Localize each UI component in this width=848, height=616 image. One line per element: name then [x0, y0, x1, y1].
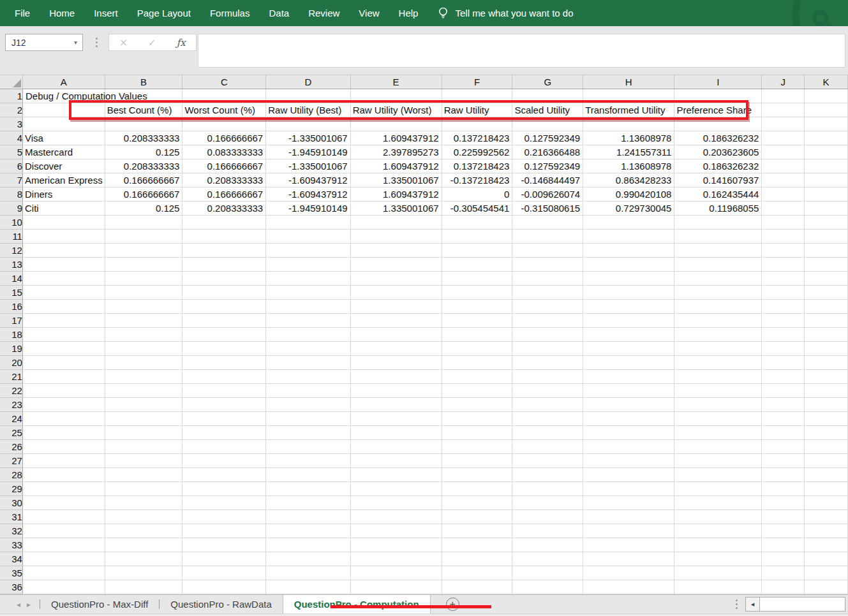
cell-K6[interactable]	[804, 159, 847, 173]
cell-G3[interactable]	[512, 117, 583, 131]
cell-F25[interactable]	[442, 426, 512, 440]
cell-D13[interactable]	[266, 258, 350, 272]
cell-I7[interactable]: 0.141607937	[674, 173, 762, 187]
cell-D19[interactable]	[266, 342, 350, 356]
cell-G26[interactable]	[512, 440, 583, 454]
cell-E21[interactable]	[350, 370, 442, 384]
cell-B22[interactable]	[105, 384, 182, 398]
cell-A20[interactable]	[22, 356, 105, 370]
cell-H4[interactable]: 1.13608978	[583, 131, 674, 145]
cell-F28[interactable]	[442, 468, 512, 482]
row-header-32[interactable]: 32	[0, 524, 22, 538]
cell-G11[interactable]	[512, 230, 583, 244]
cell-I6[interactable]: 0.186326232	[674, 159, 762, 173]
row-header-5[interactable]: 5	[0, 145, 22, 159]
cell-J16[interactable]	[762, 300, 805, 314]
cell-I12[interactable]	[674, 244, 762, 258]
cell-A12[interactable]	[22, 244, 105, 258]
cell-E2[interactable]: Raw Utility (Worst)	[350, 103, 442, 117]
cell-H3[interactable]	[583, 117, 674, 131]
cell-B20[interactable]	[105, 356, 182, 370]
cell-K25[interactable]	[804, 426, 847, 440]
cell-D3[interactable]	[266, 117, 350, 131]
cell-J10[interactable]	[762, 216, 805, 230]
cell-K8[interactable]	[804, 187, 847, 202]
cell-B28[interactable]	[105, 468, 182, 482]
cell-G8[interactable]: -0.009626074	[512, 187, 583, 202]
cell-D14[interactable]	[266, 272, 350, 286]
cell-H24[interactable]	[583, 412, 674, 426]
cell-K3[interactable]	[804, 117, 847, 131]
cell-G18[interactable]	[512, 328, 583, 342]
cell-I35[interactable]	[674, 566, 762, 580]
cell-B26[interactable]	[105, 440, 182, 454]
cell-H32[interactable]	[583, 524, 674, 538]
row-header-15[interactable]: 15	[0, 286, 22, 300]
cell-G7[interactable]: -0.146844497	[512, 173, 583, 187]
cell-C16[interactable]	[182, 300, 266, 314]
cell-H36[interactable]	[583, 580, 674, 594]
cell-A6[interactable]: Discover	[22, 159, 105, 173]
cell-G2[interactable]: Scaled Utility	[512, 103, 583, 117]
menu-review[interactable]: Review	[299, 0, 349, 26]
cell-G16[interactable]	[512, 300, 583, 314]
cell-K20[interactable]	[804, 356, 847, 370]
cell-D15[interactable]	[266, 286, 350, 300]
cell-K36[interactable]	[804, 580, 847, 594]
cell-A10[interactable]	[22, 216, 105, 230]
cell-K21[interactable]	[804, 370, 847, 384]
cell-G23[interactable]	[512, 398, 583, 412]
cell-D26[interactable]	[266, 440, 350, 454]
cell-C22[interactable]	[182, 384, 266, 398]
cell-F24[interactable]	[442, 412, 512, 426]
cell-E5[interactable]: 2.397895273	[350, 145, 442, 159]
column-header-J[interactable]: J	[762, 75, 805, 89]
cell-F18[interactable]	[442, 328, 512, 342]
menu-page-layout[interactable]: Page Layout	[128, 0, 200, 26]
cell-A8[interactable]: Diners	[22, 187, 105, 202]
cell-B12[interactable]	[105, 244, 182, 258]
cell-G27[interactable]	[512, 454, 583, 468]
cell-G32[interactable]	[512, 524, 583, 538]
cell-C11[interactable]	[182, 230, 266, 244]
cell-F3[interactable]	[442, 117, 512, 131]
cell-A13[interactable]	[22, 258, 105, 272]
tab-nav-left-icon[interactable]: ◂	[17, 600, 20, 609]
cell-C27[interactable]	[182, 454, 266, 468]
cell-C4[interactable]: 0.166666667	[182, 131, 266, 145]
cell-K30[interactable]	[804, 496, 847, 510]
cell-A7[interactable]: American Express	[22, 173, 105, 187]
cell-H23[interactable]	[583, 398, 674, 412]
cell-A11[interactable]	[22, 230, 105, 244]
cell-J21[interactable]	[762, 370, 805, 384]
row-header-9[interactable]: 9	[0, 202, 22, 216]
cell-H21[interactable]	[583, 370, 674, 384]
cell-E33[interactable]	[350, 538, 442, 552]
cell-A19[interactable]	[22, 342, 105, 356]
cell-H10[interactable]	[583, 216, 674, 230]
cell-K26[interactable]	[804, 440, 847, 454]
cell-K14[interactable]	[804, 272, 847, 286]
row-header-35[interactable]: 35	[0, 566, 22, 580]
cell-G29[interactable]	[512, 482, 583, 496]
cell-I26[interactable]	[674, 440, 762, 454]
cell-A16[interactable]	[22, 300, 105, 314]
cell-H20[interactable]	[583, 356, 674, 370]
cell-B19[interactable]	[105, 342, 182, 356]
cell-B9[interactable]: 0.125	[105, 202, 182, 216]
cell-F30[interactable]	[442, 496, 512, 510]
cell-A26[interactable]	[22, 440, 105, 454]
cell-D12[interactable]	[266, 244, 350, 258]
cell-I31[interactable]	[674, 510, 762, 524]
cell-J5[interactable]	[762, 145, 805, 159]
cell-I13[interactable]	[674, 258, 762, 272]
cell-K7[interactable]	[804, 173, 847, 187]
cell-B10[interactable]	[105, 216, 182, 230]
cell-K5[interactable]	[804, 145, 847, 159]
cell-E26[interactable]	[350, 440, 442, 454]
cell-G33[interactable]	[512, 538, 583, 552]
row-header-20[interactable]: 20	[0, 356, 22, 370]
cell-C35[interactable]	[182, 566, 266, 580]
cell-E23[interactable]	[350, 398, 442, 412]
cell-A25[interactable]	[22, 426, 105, 440]
